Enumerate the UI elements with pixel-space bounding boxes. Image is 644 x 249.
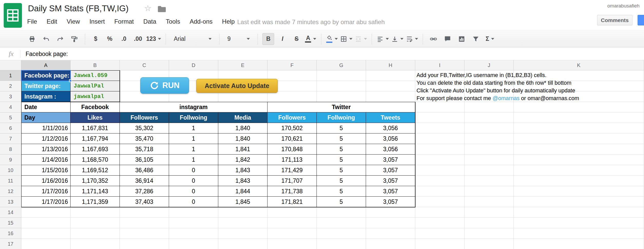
cell-E10[interactable]: 1,843: [218, 165, 267, 176]
cell-B12[interactable]: 1,171,143: [71, 186, 120, 197]
cell-H16[interactable]: [366, 228, 415, 239]
column-header-J[interactable]: J: [464, 60, 514, 70]
cell-F10[interactable]: 171,429: [267, 165, 317, 176]
cell-F4[interactable]: Twitter: [267, 102, 415, 112]
fill-handle[interactable]: [69, 79, 72, 82]
cell-H11[interactable]: 3,057: [366, 176, 415, 186]
row-header-13[interactable]: 13: [0, 197, 21, 207]
cell-A3[interactable]: Instagram :: [21, 91, 71, 102]
share-button[interactable]: [638, 15, 644, 25]
cell-G2[interactable]: [317, 81, 366, 91]
last-edit-status[interactable]: Last edit was made 7 minutes ago by omar…: [237, 18, 385, 26]
cell-I14[interactable]: [415, 207, 464, 218]
cell-K12[interactable]: [514, 186, 644, 197]
cell-B10[interactable]: 1,169,512: [71, 165, 120, 176]
cell-G16[interactable]: [317, 228, 366, 239]
row-header-1[interactable]: 1: [0, 70, 21, 81]
cell-B13[interactable]: 1,171,359: [71, 197, 120, 207]
cell-J5[interactable]: [464, 112, 514, 123]
cell-J13[interactable]: [464, 197, 514, 207]
cell-D16[interactable]: [169, 228, 218, 239]
cell-G12[interactable]: 5: [317, 186, 366, 197]
column-header-G[interactable]: G: [317, 60, 366, 70]
cell-A1[interactable]: Facebook page:: [21, 70, 71, 81]
column-header-F[interactable]: F: [267, 60, 317, 70]
cell-G3[interactable]: [317, 91, 366, 102]
row-header-3[interactable]: 3: [0, 91, 21, 102]
cell-F14[interactable]: [267, 207, 317, 218]
cell-E14[interactable]: [218, 207, 267, 218]
cell-F5[interactable]: Followers: [267, 112, 317, 123]
cell-I10[interactable]: [415, 165, 464, 176]
cell-B5[interactable]: Likes: [71, 112, 120, 123]
cell-G6[interactable]: 5: [317, 123, 366, 133]
number-format-button[interactable]: 123: [146, 33, 161, 45]
cell-B17[interactable]: [71, 239, 120, 249]
cell-C17[interactable]: [120, 239, 169, 249]
column-header-C[interactable]: C: [120, 60, 169, 70]
cell-C7[interactable]: 35,470: [120, 133, 169, 144]
cell-A5[interactable]: Day: [21, 112, 71, 123]
cell-H12[interactable]: 3,057: [366, 186, 415, 197]
cell-J12[interactable]: [464, 186, 514, 197]
cell-H14[interactable]: [366, 207, 415, 218]
cell-D11[interactable]: 0: [169, 176, 218, 186]
cell-B14[interactable]: [71, 207, 120, 218]
row-header-4[interactable]: 4: [0, 102, 21, 112]
cell-K7[interactable]: [514, 133, 644, 144]
cell-A15[interactable]: [21, 218, 71, 228]
cell-H6[interactable]: 3,056: [366, 123, 415, 133]
font-family-select[interactable]: Arial: [171, 33, 215, 45]
cell-J6[interactable]: [464, 123, 514, 133]
cell-F7[interactable]: 170,621: [267, 133, 317, 144]
folder-icon[interactable]: [157, 6, 166, 13]
cell-I7[interactable]: [415, 133, 464, 144]
cell-B8[interactable]: 1,167,693: [71, 144, 120, 155]
increase-decimal-button[interactable]: .00: [132, 33, 144, 45]
print-button[interactable]: [26, 33, 38, 45]
cell-I12[interactable]: [415, 186, 464, 197]
cell-H7[interactable]: 3,056: [366, 133, 415, 144]
cell-C11[interactable]: 36,914: [120, 176, 169, 186]
cell-F6[interactable]: 170,502: [267, 123, 317, 133]
functions-button[interactable]: Σ: [484, 33, 496, 45]
cell-G10[interactable]: 5: [317, 165, 366, 176]
activate-auto-update-button[interactable]: Activate Auto Update: [196, 79, 278, 93]
cell-E9[interactable]: 1,842: [218, 155, 267, 165]
column-header-D[interactable]: D: [169, 60, 218, 70]
cell-E15[interactable]: [218, 218, 267, 228]
cell-C16[interactable]: [120, 228, 169, 239]
cell-H9[interactable]: 3,057: [366, 155, 415, 165]
row-header-12[interactable]: 12: [0, 186, 21, 197]
cell-A8[interactable]: 1/13/2016: [21, 144, 71, 155]
text-color-button[interactable]: A: [305, 33, 316, 45]
fill-color-button[interactable]: [326, 33, 338, 45]
cell-C12[interactable]: 37,286: [120, 186, 169, 197]
cell-F9[interactable]: 171,113: [267, 155, 317, 165]
cell-G9[interactable]: 5: [317, 155, 366, 165]
cell-K11[interactable]: [514, 176, 644, 186]
italic-button[interactable]: I: [276, 33, 288, 45]
cell-J14[interactable]: [464, 207, 514, 218]
cell-F3[interactable]: [267, 91, 317, 102]
cell-G8[interactable]: 5: [317, 144, 366, 155]
comments-button[interactable]: Comments: [597, 15, 632, 25]
column-header-B[interactable]: B: [71, 60, 120, 70]
menu-file[interactable]: File: [27, 18, 37, 25]
cell-C6[interactable]: 35,302: [120, 123, 169, 133]
menu-insert[interactable]: Insert: [90, 18, 105, 25]
menu-tools[interactable]: Tools: [166, 18, 180, 25]
cell-B9[interactable]: 1,168,570: [71, 155, 120, 165]
cell-D12[interactable]: 0: [169, 186, 218, 197]
insert-comment-button[interactable]: [442, 33, 453, 45]
cell-A7[interactable]: 1/12/2016: [21, 133, 71, 144]
percent-format-button[interactable]: %: [104, 33, 116, 45]
cell-D6[interactable]: 1: [169, 123, 218, 133]
cell-C10[interactable]: 36,486: [120, 165, 169, 176]
cell-F11[interactable]: 171,707: [267, 176, 317, 186]
cell-I9[interactable]: [415, 155, 464, 165]
decrease-decimal-button[interactable]: .0: [118, 33, 130, 45]
cell-K9[interactable]: [514, 155, 644, 165]
cell-K6[interactable]: [514, 123, 644, 133]
row-header-10[interactable]: 10: [0, 165, 21, 176]
